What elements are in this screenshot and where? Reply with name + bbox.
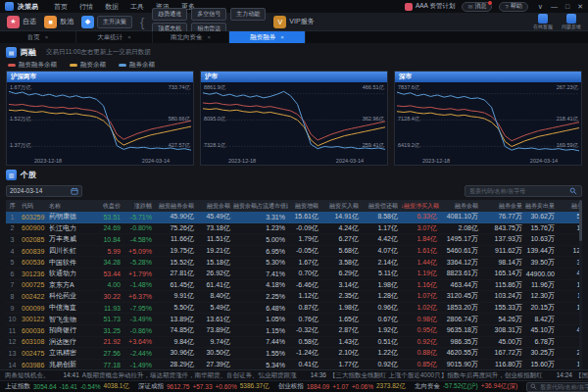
window-controls: ∨ — □ ✕ [538,3,583,11]
messages-button[interactable]: ✉ 消息 [462,2,492,12]
cell-code: 600036 [22,327,49,334]
minimize-icon[interactable]: — [551,3,558,11]
toolbar-mini-tool[interactable]: 在线客服 [533,14,553,29]
toolbar: ★自选■股池◆主升决策 { 趋势通道多空信号主力动能顶底先机狙击雷达 V VIP… [0,13,588,31]
column-header-close[interactable]: 收盘价 [82,202,123,211]
statusbar-search-input[interactable] [540,384,588,390]
account-info[interactable]: AAA 资管计划 [405,2,455,11]
cell-rq_bal: 463.44万 [440,280,481,290]
cell-chg: -5.28% [123,259,155,266]
cell-rq_sell: 8.42万 [525,315,558,324]
menu-item[interactable]: 工具 [130,2,144,12]
cell-code: 600900 [22,224,49,231]
cell-chg: +5.09% [123,248,155,255]
column-header-rzrq[interactable]: 融资融券余额 [155,202,197,211]
calendar-icon [71,187,78,195]
column-header-name[interactable]: 名称 [49,202,82,211]
dropdown-caret-icon[interactable]: ∨ [538,3,543,11]
tab-close-icon[interactable]: × [280,34,284,40]
cell-rz: 8.40亿 [197,291,233,301]
toolbar-item[interactable]: ★自选 [7,16,36,28]
vip-service-button[interactable]: V VIP服务 [273,16,314,28]
toolbar-mini-tool[interactable]: 问题反馈 [562,14,581,29]
column-header-chg[interactable]: 涨跌幅 [123,202,155,211]
cell-idx: 14 [6,362,22,368]
table-row[interactable]: 7000725京东方A4.00-1.48%61.45亿61.41亿4.18%-6… [6,280,582,292]
tab-bar: 首页×大单统计×南北向资金×融资融券× [0,31,588,43]
menu-item[interactable]: 行情 [79,2,93,12]
table-row[interactable]: 5600536中国软件34.28-5.28%15.52亿15.18亿5.30%1… [6,257,582,269]
chart-title: 沪深两市 [7,72,193,82]
tab-大单统计[interactable]: 大单统计× [76,31,153,43]
cell-buy: 1.98亿 [321,303,362,313]
news-item[interactable]: 14:24【国联证券：银行在降息周期下降空间不大 具备高股息扩容的央企更受益】 [557,371,588,380]
news-item[interactable]: 两条短线机会。 [5,371,50,380]
column-header-code[interactable]: 代码 [22,202,49,211]
column-header-rq_bal[interactable]: 融券余额 [440,202,481,211]
cell-rzrq: 5.50亿 [155,303,197,313]
tab-close-icon[interactable]: × [207,34,211,40]
table-row[interactable]: 4600839四川长虹5.99+5.09%19.75亿19.21亿6.95%-0… [6,246,582,258]
x-axis-start-label: 2023-12-18 [34,158,62,164]
news-item[interactable]: 14:41A股期货概念异动拉升，瑞达期货涨停，南华期货、首创证券、弘业期货跟涨 [64,371,297,380]
maximize-icon[interactable]: □ [565,3,569,11]
menu-item[interactable]: 数据 [105,2,119,12]
cell-close: 34.28 [82,259,123,266]
column-header-ratio[interactable]: 融资余额占流通市值比 [233,202,288,211]
cell-close: 24.69 [82,224,123,231]
tab-close-icon[interactable]: × [127,34,131,40]
column-header-rz[interactable]: 融资余额 [197,202,233,211]
table-row[interactable]: 11600036招商银行31.25-0.86%74.85亿73.89亿1.15%… [6,325,582,337]
tab-南北向资金[interactable]: 南北向资金× [153,31,229,43]
cell-buy: 3.58亿 [321,258,362,268]
left-axis-label: 7328.1亿 [204,142,225,148]
cell-chg: +6.37% [123,293,155,300]
table-row[interactable]: 3002085万丰奥威10.84-4.58%11.66亿11.51亿5.00%1… [6,234,582,246]
table-row[interactable]: 1603259药明康德53.51-5.71%45.90亿45.49亿3.31%1… [6,212,582,223]
cell-code: 600536 [22,259,49,266]
table-row[interactable]: 2600900长江电力24.69-0.80%75.26亿73.18亿1.23%-… [6,223,582,235]
tab-close-icon[interactable]: × [45,34,49,40]
table-row[interactable]: 12603108润达医疗21.92+3.64%9.84亿9.74亿7.44%0.… [6,337,582,349]
cell-rq_sell: 45.10万 [525,325,558,335]
column-header-net[interactable]: ↓融资净买入额 [401,202,440,211]
cell-rzrq: 13.89亿 [155,315,197,324]
cell-rq_bal: 2806.74万 [440,315,481,324]
table-row[interactable]: 8002422科伦药业30.22+6.37%9.91亿8.40亿2.25%1.1… [6,291,582,303]
toolbar-item[interactable]: ■股池 [44,16,74,28]
column-header-idx[interactable]: 序 [6,202,22,211]
tab-首页[interactable]: 首页× [0,31,76,43]
index-pct: -0.54% [80,383,101,390]
toolbar-feature-button[interactable]: 主力动能 [230,8,266,21]
table-scrollbar[interactable] [579,200,582,369]
cell-rq_vol: 167.72万 [481,348,525,358]
column-header-buy[interactable]: 融资买入额 [321,202,362,211]
column-header-add[interactable]: 融资增额 [288,202,321,211]
table-row[interactable]: 14603986兆易创新77.18-1.49%28.29亿27.39亿5.34%… [6,360,582,369]
cell-chg: -0.86% [123,327,155,334]
table-row[interactable]: 13002475立讯精密27.56-2.44%30.96亿30.50亿1.55%… [6,348,582,360]
column-header-rq_vol[interactable]: 融券余量 [481,202,525,211]
column-header-repay[interactable]: 融资偿还额 [362,202,401,211]
menu-item[interactable]: 首页 [54,2,68,12]
toolbar-feature-button[interactable]: 多空信号 [191,8,226,21]
toolbar-feature-button[interactable]: 趋势通道 [152,8,187,21]
main-rise-decision-button[interactable]: ◆主升决策 [81,16,132,28]
table-row[interactable]: 9000099中信海直11.93-7.95%5.50亿5.49亿6.48%0.8… [6,303,582,315]
cell-buy: 1.43亿 [321,337,362,347]
table-row[interactable]: 10300122智飞生物51.73-3.49%13.89亿13.61亿1.05%… [6,314,582,325]
search-icon[interactable] [569,187,577,195]
close-icon[interactable]: ✕ [577,3,583,11]
cell-add: -1.24亿 [288,348,321,358]
stock-search-input[interactable] [469,188,566,194]
table-row[interactable]: 6301236软通动力53.44+1.79%27.81亿26.92亿7.41%0… [6,269,582,280]
news-item[interactable]: 14:36【三大指数全线翻红 上涨个股近4000只】指数午后再度回升，创业板指翻… [311,371,543,380]
cell-code: 000725 [22,281,49,288]
tab-融资融券[interactable]: 融资融券× [229,31,306,43]
column-header-rq_sell[interactable]: 融券卖出量 [525,202,558,211]
date-picker[interactable]: 2024-03-14 [6,185,82,197]
help-button[interactable]: ? 帮助 [499,2,527,12]
legend-item: 融资融券余额 [8,61,57,70]
index-name: 深证成指 [138,382,164,391]
scrollbar-thumb[interactable] [579,200,582,241]
